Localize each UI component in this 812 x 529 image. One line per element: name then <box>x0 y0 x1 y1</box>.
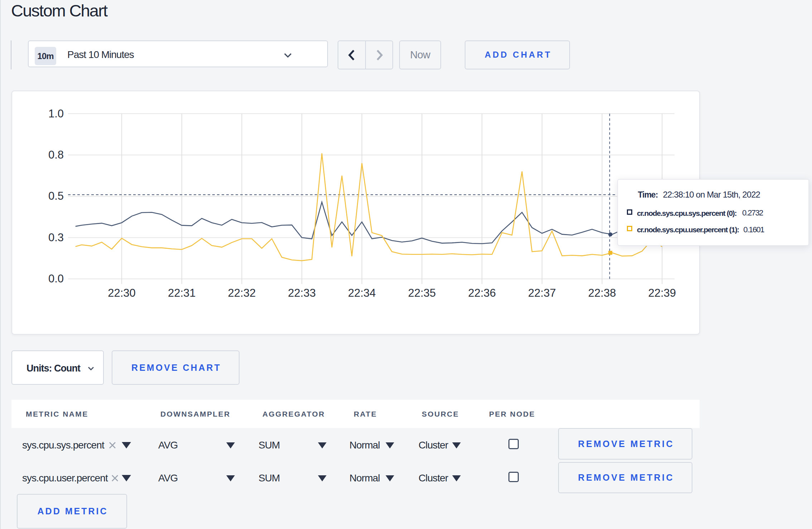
svg-text:0.8: 0.8 <box>48 148 63 161</box>
svg-text:0.5: 0.5 <box>48 190 63 202</box>
svg-text:22:31: 22:31 <box>168 287 195 299</box>
svg-text:22:37: 22:37 <box>528 287 556 299</box>
svg-text:0.0: 0.0 <box>48 272 63 285</box>
svg-text:0.3: 0.3 <box>48 231 63 243</box>
svg-text:22:34: 22:34 <box>348 287 376 299</box>
svg-text:22:38: 22:38 <box>588 287 616 299</box>
svg-text:22:32: 22:32 <box>228 287 256 299</box>
svg-text:22:39: 22:39 <box>648 287 676 299</box>
svg-text:22:30: 22:30 <box>108 287 136 299</box>
svg-text:22:35: 22:35 <box>408 287 436 299</box>
svg-text:1.0: 1.0 <box>48 107 63 120</box>
svg-text:22:33: 22:33 <box>288 287 316 299</box>
svg-text:22:36: 22:36 <box>468 287 496 299</box>
